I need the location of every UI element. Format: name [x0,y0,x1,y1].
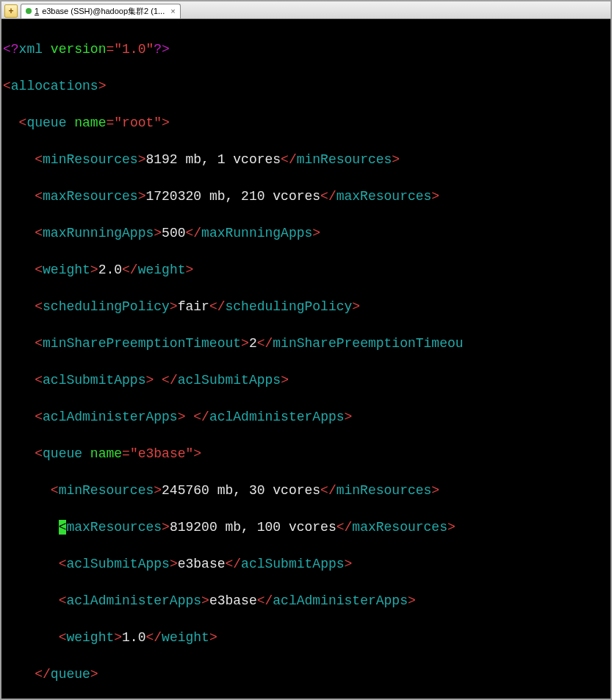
q1-min: <minResources>245760 mb, 30 vcores</minR… [3,482,609,500]
root-acladmin: <aclAdministerApps> </aclAdministerApps> [3,408,609,426]
tab-title: e3base (SSH)@hadoop集群2 (1... [42,6,165,17]
tab-e3base[interactable]: 1 e3base (SSH)@hadoop集群2 (1... × [21,4,181,18]
close-queue-e3base: </queue> [3,665,609,684]
open-allocations: <allocations> [3,77,609,96]
tab-bar: + 1 e3base (SSH)@hadoop集群2 (1... × [1,1,611,19]
xml-decl: <?xml version="1.0"?> [3,40,609,59]
q1-acladmin: <aclAdministerApps>e3base</aclAdminister… [3,592,609,610]
open-queue-e3base: <queue name="e3base"> [3,445,609,463]
status-dot-icon [26,8,32,14]
terminal-viewport[interactable]: <?xml version="1.0"?> <allocations> <que… [1,19,611,699]
q1-weight: <weight>1.0</weight> [3,629,609,647]
cursor: < [59,520,67,535]
root-maxapps: <maxRunningApps>500</maxRunningApps> [3,224,609,243]
q1-aclsubmit: <aclSubmitApps>e3base</aclSubmitApps> [3,555,609,574]
root-min: <minResources>8192 mb, 1 vcores</minReso… [3,151,609,169]
root-max: <maxResources>1720320 mb, 210 vcores</ma… [3,188,609,206]
tab-index: 1 [35,7,39,15]
root-policy: <schedulingPolicy>fair</schedulingPolicy… [3,298,609,316]
root-preempt: <minSharePreemptionTimeout>2</minSharePr… [3,335,609,353]
root-aclsubmit: <aclSubmitApps> </aclSubmitApps> [3,371,609,390]
close-icon[interactable]: × [170,7,175,15]
ssh-terminal-window: + 1 e3base (SSH)@hadoop集群2 (1... × <?xml… [0,0,612,700]
open-queue-root: <queue name="root"> [3,114,609,132]
root-weight: <weight>2.0</weight> [3,261,609,279]
q1-max-cursor: <maxResources>819200 mb, 100 vcores</max… [3,518,609,537]
new-tab-button[interactable]: + [4,4,18,18]
